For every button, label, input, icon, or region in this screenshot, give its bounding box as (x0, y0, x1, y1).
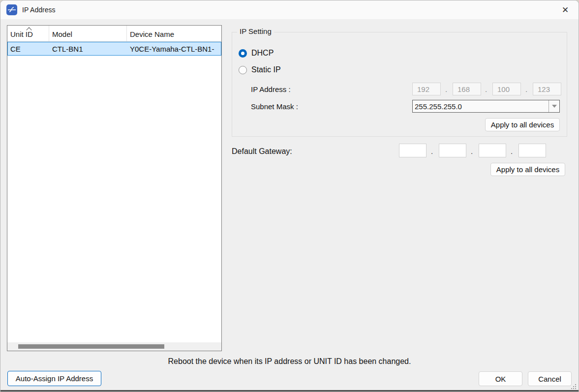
cell-model: CTL-BN1 (49, 45, 127, 53)
device-table[interactable]: Unit ID Model Device Name CE CTL-BN1 Y0C… (7, 25, 222, 351)
gateway-octet-1-field[interactable] (399, 144, 427, 157)
default-gateway-label: Default Gateway: (232, 147, 292, 156)
octet-separator: . (485, 85, 487, 93)
subnet-mask-value: 255.255.255.0 (413, 102, 549, 111)
sort-ascending-icon (27, 27, 31, 31)
octet-separator: . (511, 147, 513, 155)
cell-device-name: Y0CE-Yamaha-CTL-BN1- (127, 45, 221, 53)
gateway-octet-4-field[interactable] (518, 144, 546, 157)
table-row[interactable]: CE CTL-BN1 Y0CE-Yamaha-CTL-BN1- (7, 42, 221, 56)
ip-setting-group-label: IP Setting (237, 27, 274, 35)
static-ip-radio[interactable] (239, 66, 247, 74)
app-logo-icon (6, 4, 17, 15)
static-ip-radio-label: Static IP (251, 65, 281, 74)
scrollbar-thumb[interactable] (18, 344, 164, 349)
resize-grip[interactable] (571, 384, 577, 389)
reboot-notice: Reboot the device when its IP address or… (0, 357, 579, 366)
dhcp-radio[interactable] (239, 49, 247, 58)
dhcp-radio-row[interactable]: DHCP (239, 49, 274, 58)
apply-to-all-devices-button-ip[interactable]: Apply to all devices (485, 118, 560, 131)
chevron-down-icon[interactable] (549, 100, 559, 112)
subnet-mask-label: Subnet Mask : (251, 102, 298, 111)
ip-address-label: IP Address : (251, 85, 291, 93)
ip-address-dialog: IP Address ✕ Unit ID Model Device Name C… (0, 0, 579, 392)
auto-assign-ip-address-button[interactable]: Auto-Assign IP Address (7, 371, 101, 386)
column-header-device-name[interactable]: Device Name (127, 26, 221, 41)
dhcp-radio-label: DHCP (251, 49, 274, 58)
title-bar: IP Address ✕ (0, 0, 579, 19)
subnet-mask-dropdown[interactable]: 255.255.255.0 (412, 100, 560, 113)
ip-octet-3-field[interactable] (492, 83, 521, 95)
horizontal-scrollbar[interactable] (7, 342, 221, 351)
ok-button[interactable]: OK (479, 371, 522, 386)
octet-separator: . (471, 147, 473, 155)
device-table-header: Unit ID Model Device Name (7, 26, 221, 42)
octet-separator: . (431, 147, 433, 155)
cancel-button[interactable]: Cancel (528, 371, 572, 386)
column-header-model[interactable]: Model (49, 26, 127, 41)
octet-separator: . (525, 85, 527, 93)
close-icon[interactable]: ✕ (554, 0, 577, 19)
gateway-octet-3-field[interactable] (479, 144, 506, 157)
column-header-unit-id[interactable]: Unit ID (7, 26, 49, 41)
ip-octet-1-field[interactable] (412, 83, 441, 95)
apply-to-all-devices-button-gateway[interactable]: Apply to all devices (490, 163, 565, 176)
ip-octet-4-field[interactable] (533, 83, 561, 95)
octet-separator: . (445, 85, 447, 93)
cell-unit-id: CE (7, 45, 49, 53)
gateway-octet-2-field[interactable] (439, 144, 466, 157)
window-title: IP Address (22, 6, 55, 14)
ip-octet-2-field[interactable] (453, 83, 481, 95)
ip-setting-group: IP Setting DHCP Static IP IP Address : .… (232, 32, 567, 137)
static-ip-radio-row[interactable]: Static IP (239, 65, 281, 74)
